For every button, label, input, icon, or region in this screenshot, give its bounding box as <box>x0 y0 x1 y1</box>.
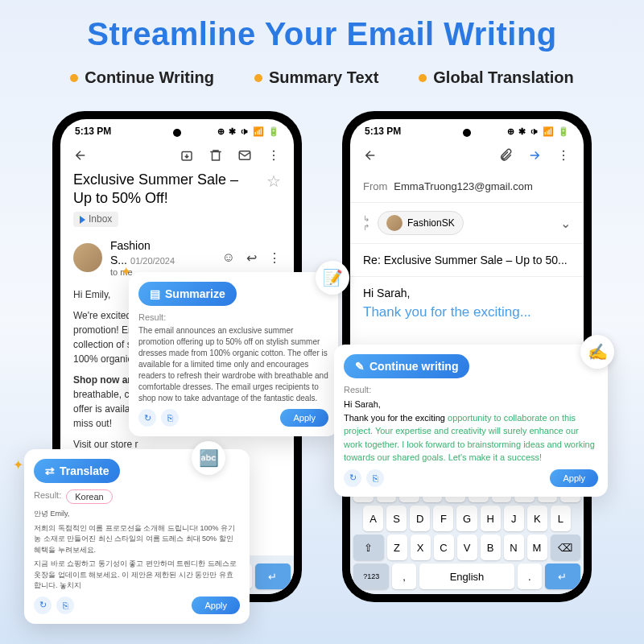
more-icon[interactable] <box>556 148 571 163</box>
key-backspace[interactable]: ⌫ <box>551 535 581 560</box>
archive-icon[interactable] <box>180 148 194 163</box>
key-b[interactable]: B <box>481 535 501 560</box>
result-label: Result: <box>34 490 61 500</box>
continue-button[interactable]: ✎ Continue writing <box>344 354 469 378</box>
from-row[interactable]: FromEmmaTruong123@gmail.com <box>350 171 584 203</box>
svg-point-5 <box>563 151 564 152</box>
globe-icon: ⇄ <box>45 464 55 477</box>
mail-icon[interactable] <box>237 148 252 163</box>
arrows-icon[interactable]: ↳↱ <box>363 214 369 232</box>
retry-icon[interactable]: ↻ <box>138 409 156 427</box>
feature-summary: Summary Text <box>254 68 378 87</box>
result-label: Result: <box>344 385 598 394</box>
pencil-icon: ✎ <box>355 360 365 373</box>
features-row: Continue Writing Summary Text Global Tra… <box>0 68 644 87</box>
compose-body[interactable]: Hi Sarah, Thank you for the exciting... <box>350 277 584 330</box>
apply-button[interactable]: Apply <box>192 597 240 614</box>
key-c[interactable]: C <box>434 535 454 560</box>
doc-icon: ▤ <box>150 287 160 300</box>
key-m[interactable]: M <box>527 535 547 560</box>
key-space[interactable]: English <box>419 564 514 589</box>
kb-row-4: ?123 , English . ↵ <box>353 564 580 589</box>
dot-icon <box>70 74 78 82</box>
expand-icon[interactable]: ⌄ <box>560 216 571 231</box>
subject-row[interactable]: Re: Exclusive Summer Sale – Up to 50... <box>350 244 584 277</box>
continue-result: Hi Sarah, Thank you for the exciting opp… <box>344 398 598 464</box>
delete-icon[interactable] <box>208 148 223 163</box>
continue-card: ✍️ ✎ Continue writing Result: Hi Sarah, … <box>334 345 608 497</box>
key-l[interactable]: L <box>551 506 571 531</box>
send-icon[interactable] <box>527 148 542 163</box>
pen-icon: ✍️ <box>580 335 614 369</box>
key-enter[interactable]: ↵ <box>255 564 291 589</box>
apply-button[interactable]: Apply <box>280 409 328 427</box>
translate-badge-icon: 🔤 <box>192 441 225 475</box>
key-a[interactable]: A <box>363 506 383 531</box>
svg-point-6 <box>563 155 564 156</box>
back-icon[interactable] <box>73 148 88 163</box>
sparkle-icon: ✦ <box>121 264 131 279</box>
summarize-button[interactable]: ▤ Summarize <box>138 282 237 306</box>
camera-notch <box>463 129 471 137</box>
key-d[interactable]: D <box>410 506 430 531</box>
svg-point-2 <box>273 151 275 152</box>
attach-icon[interactable] <box>498 148 513 163</box>
key-n[interactable]: N <box>504 535 524 560</box>
feature-continue: Continue Writing <box>70 68 214 87</box>
more-icon[interactable]: ⋮ <box>268 250 281 266</box>
back-icon[interactable] <box>363 148 378 163</box>
key-k[interactable]: K <box>527 506 547 531</box>
key-g[interactable]: G <box>456 506 477 531</box>
email-subject: Exclusive Summer Sale – Up to 50% Off! ☆… <box>60 171 294 229</box>
key-period[interactable]: . <box>518 564 542 589</box>
avatar[interactable] <box>73 243 102 272</box>
key-j[interactable]: J <box>504 506 524 531</box>
translate-button[interactable]: ⇄ Translate <box>34 459 120 483</box>
status-icons: ⊕✱🕩📶🔋 <box>507 126 569 137</box>
key-comma[interactable]: , <box>392 564 416 589</box>
status-time: 5:13 PM <box>75 126 111 137</box>
language-chip[interactable]: Korean <box>66 489 112 504</box>
dot-icon <box>254 74 262 82</box>
retry-icon[interactable]: ↻ <box>344 469 361 487</box>
kb-row-3: ⇧ Z X C V B N M ⌫ <box>353 535 580 560</box>
status-time: 5:13 PM <box>365 126 401 137</box>
copy-icon[interactable]: ⎘ <box>56 597 74 614</box>
email-toolbar <box>60 140 294 171</box>
apply-button[interactable]: Apply <box>550 469 598 487</box>
camera-notch <box>173 129 181 137</box>
summarize-card: ✦ 📝 ▤ Summarize Result: The email announ… <box>129 272 338 436</box>
copy-icon[interactable]: ⎘ <box>161 409 179 427</box>
emoji-icon[interactable]: ☺ <box>222 250 235 266</box>
key-x[interactable]: X <box>411 535 431 560</box>
reply-icon[interactable]: ↩ <box>246 250 257 266</box>
key-f[interactable]: F <box>433 506 453 531</box>
retry-icon[interactable]: ↻ <box>34 597 52 614</box>
key-enter[interactable]: ↵ <box>545 564 580 589</box>
inbox-chip[interactable]: Inbox <box>73 212 118 228</box>
sender-date: 01/20/2024 <box>130 256 175 266</box>
translate-card: ✦ 🔤 ⇄ Translate Result: Korean 안녕 Emily,… <box>24 449 250 624</box>
svg-point-3 <box>273 155 275 156</box>
key-num[interactable]: ?123 <box>353 564 389 589</box>
dot-icon <box>419 74 427 82</box>
svg-point-4 <box>273 159 275 160</box>
copy-icon[interactable]: ⎘ <box>366 469 384 487</box>
key-s[interactable]: S <box>386 506 407 531</box>
to-row[interactable]: ↳↱ FashionSK ⌄ <box>350 203 584 244</box>
kb-row-2: A S D F G H J K L <box>353 506 580 531</box>
feature-translate: Global Translation <box>419 68 573 87</box>
notes-icon: 📝 <box>316 261 349 295</box>
compose-toolbar <box>350 140 584 171</box>
headline: Streamline Your Email Writing <box>0 16 644 52</box>
key-shift[interactable]: ⇧ <box>353 535 384 560</box>
star-icon[interactable]: ☆ <box>266 171 281 192</box>
suggestion-text: Thank you for the exciting... <box>363 304 571 320</box>
avatar <box>386 215 402 231</box>
key-h[interactable]: H <box>481 506 501 531</box>
more-icon[interactable] <box>266 148 281 163</box>
to-chip[interactable]: FashionSK <box>378 211 464 235</box>
key-v[interactable]: V <box>457 535 477 560</box>
summarize-result: The email announces an exclusive summer … <box>138 325 328 404</box>
key-z[interactable]: Z <box>387 535 407 560</box>
